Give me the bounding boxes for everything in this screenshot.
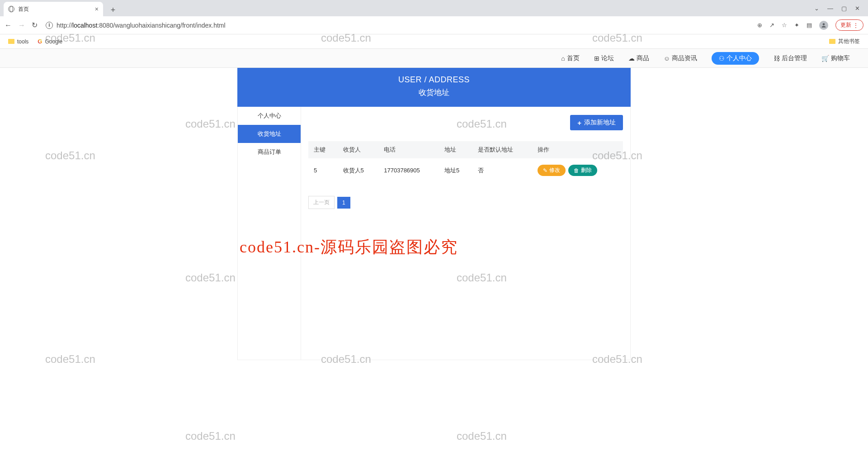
cell-id: 5 [308,158,338,182]
nav-icon: ⊞ [594,55,599,62]
window-controls: ⌄ — ▢ ✕ [806,0,868,16]
url-input[interactable]: i http://localhost:8080/wangluohaixiansh… [44,22,751,29]
trash-icon: 🗑 [574,167,579,174]
watermark: code51.cn [185,118,236,130]
extensions-icon[interactable]: ✦ [794,22,799,29]
nav-item-商品[interactable]: ☁商品 [628,54,649,62]
column-header: 操作 [532,141,623,158]
folder-icon [829,39,835,44]
table-row: 5收货人517703786905地址5否✎ 修改🗑 删除 [308,158,623,182]
address-table: 主键收货人电话地址是否默认地址操作 5收货人517703786905地址5否✎ … [308,141,623,182]
column-header: 是否默认地址 [472,141,532,158]
main-area: + 添加新地址 主键收货人电话地址是否默认地址操作 5收货人5177037869… [301,107,630,360]
bookmark-star-icon[interactable]: ☆ [782,22,787,29]
cell-name: 收货人5 [338,158,379,182]
cell-isdefault: 否 [472,158,532,182]
tab-title: 首页 [18,5,29,13]
pagination: 上一页 1 [308,196,623,209]
site-info-icon[interactable]: i [46,22,53,29]
minimize-icon[interactable]: — [827,5,833,12]
reload-icon[interactable]: ↻ [32,21,38,29]
column-header: 收货人 [338,141,379,158]
nav-icon: ☺ [664,55,670,62]
pencil-icon: ✎ [543,167,547,174]
new-tab-button[interactable]: + [107,4,119,16]
share-icon[interactable]: ↗ [769,22,774,29]
bookmark-other[interactable]: 其他书签 [829,38,860,45]
nav-item-商品资讯[interactable]: ☺商品资讯 [664,54,697,62]
watermark: code51.cn [45,353,95,366]
nav-icon: ⌂ [561,55,565,62]
back-icon[interactable]: ← [5,21,12,29]
watermark: code51.cn [457,430,507,442]
bookmark-google[interactable]: G Google [38,38,62,45]
cell-addr: 地址5 [439,158,472,182]
close-icon[interactable]: × [95,5,99,13]
sidepanel-icon[interactable]: ▤ [807,22,812,29]
page-prev[interactable]: 上一页 [308,196,335,209]
close-window-icon[interactable]: ✕ [855,5,860,12]
window-dropdown-icon[interactable]: ⌄ [814,5,819,12]
column-header: 地址 [439,141,472,158]
google-icon: G [38,38,42,45]
content-box: 个人中心收货地址商品订单 + 添加新地址 主键收货人电话地址是否默认地址操作 5… [237,107,631,360]
banner-title-cn: 收货地址 [237,87,631,98]
zoom-icon[interactable]: ⊕ [757,22,762,29]
page-banner: USER / ADDRESS 收货地址 [237,68,631,107]
column-header: 电话 [378,141,439,158]
watermark: code51.cn [185,271,236,284]
nav-item-购物车[interactable]: 🛒购物车 [821,54,850,62]
nav-icon: ⚇ [719,55,725,62]
url-text: http://localhost:8080/wangluohaixianshic… [57,22,226,29]
watermark: code51.cn [45,149,95,162]
nav-icon: ☁ [628,55,635,62]
nav-item-后台管理[interactable]: ⛓后台管理 [774,54,807,62]
page-container: USER / ADDRESS 收货地址 个人中心收货地址商品订单 + 添加新地址… [237,68,631,360]
sidebar-item-商品订单[interactable]: 商品订单 [238,143,301,161]
browser-tab-strip: 首页 × + ⌄ — ▢ ✕ [0,0,868,16]
page-current[interactable]: 1 [337,197,350,209]
nav-icon: ⛓ [774,55,780,62]
svg-point-0 [823,23,825,25]
site-top-nav: ⌂首页⊞论坛☁商品☺商品资讯⚇个人中心⛓后台管理🛒购物车 [0,49,868,68]
sidebar-item-个人中心[interactable]: 个人中心 [238,107,301,125]
add-address-button[interactable]: + 添加新地址 [570,115,623,130]
forward-icon[interactable]: → [18,21,25,29]
sidebar-item-收货地址[interactable]: 收货地址 [238,125,301,143]
nav-item-个人中心[interactable]: ⚇个人中心 [712,52,759,65]
toolbar-right: ⊕ ↗ ☆ ✦ ▤ 更新⋮ [757,19,863,31]
bookmark-tools[interactable]: tools [8,38,28,45]
sidebar: 个人中心收货地址商品订单 [238,107,301,360]
column-header: 主键 [308,141,338,158]
cell-phone: 17703786905 [378,158,439,182]
address-bar: ← → ↻ i http://localhost:8080/wangluohai… [0,16,868,34]
folder-icon [8,39,14,44]
maximize-icon[interactable]: ▢ [841,5,847,12]
update-button[interactable]: 更新⋮ [835,19,863,31]
nav-item-首页[interactable]: ⌂首页 [561,54,579,62]
nav-item-论坛[interactable]: ⊞论坛 [594,54,614,62]
browser-tab[interactable]: 首页 × [4,2,103,16]
watermark: code51.cn [185,430,236,442]
delete-button[interactable]: 🗑 删除 [568,165,597,176]
banner-title-en: USER / ADDRESS [237,75,631,85]
plus-icon: + [577,119,581,127]
cell-actions: ✎ 修改🗑 删除 [532,158,623,182]
bookmarks-bar: tools G Google 其他书签 [0,34,868,49]
profile-avatar-icon[interactable] [819,21,828,30]
nav-icon: 🛒 [821,55,829,62]
edit-button[interactable]: ✎ 修改 [538,165,566,176]
globe-icon [8,6,14,12]
